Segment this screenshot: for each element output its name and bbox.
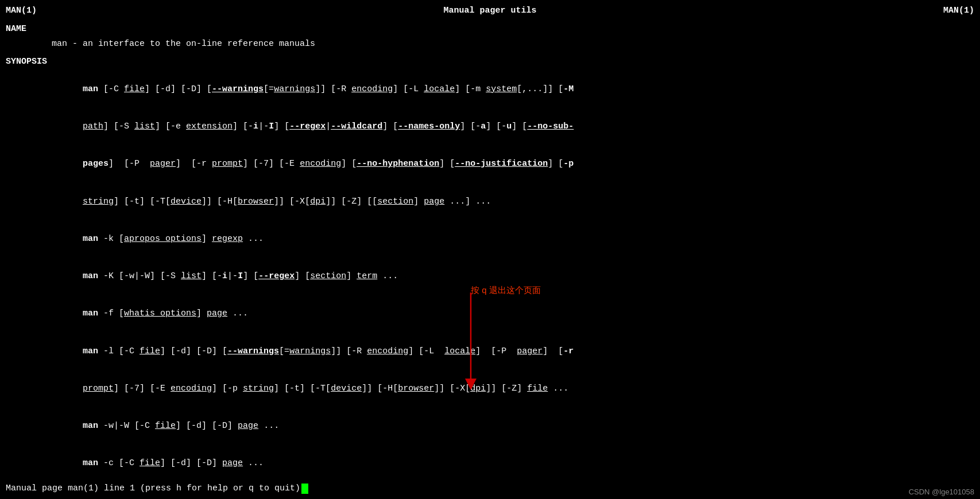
synopsis-line-11: man -c [-C file] [-d] [-D] page ... [6, 445, 974, 477]
synopsis-line-4: string] [-t] [-T[device]] [-H[browser]] … [6, 183, 974, 220]
synopsis-line-10: man -w|-W [-C file] [-d] [-D] page ... [6, 407, 974, 445]
header: MAN(1) Manual pager utils MAN(1) [6, 5, 974, 17]
header-left: MAN(1) [6, 5, 37, 17]
name-content: man - an interface to the on-line refere… [6, 38, 974, 50]
watermark: CSDN @lge101058 [909, 487, 974, 498]
section-name: NAME man - an interface to the on-line r… [6, 23, 974, 50]
synopsis-line-2: path] [-S list] [-e extension] [-i|-I] [… [6, 108, 974, 145]
synopsis-heading: SYNOPSIS [6, 56, 974, 68]
synopsis-line-1: man [-C file] [-d] [-D] [--warnings[=war… [6, 71, 974, 108]
status-cursor [301, 484, 308, 494]
header-right: MAN(1) [943, 5, 974, 17]
section-synopsis: SYNOPSIS man [-C file] [-d] [-D] [--warn… [6, 56, 974, 476]
annotation-arrow [454, 293, 488, 396]
synopsis-line-8: man -l [-C file] [-d] [-D] [--warnings[=… [6, 333, 974, 370]
synopsis-line-7: man -f [whatis options] page ... [6, 295, 974, 333]
synopsis-line-5: man -k [apropos options] regexp ... [6, 220, 974, 258]
header-center: Manual pager utils [37, 5, 943, 17]
synopsis-line-9: prompt] [-7] [-E encoding] [-p string] [… [6, 370, 974, 407]
synopsis-line-3: pages] [-P pager] [-r prompt] [-7] [-E e… [6, 146, 974, 183]
name-heading: NAME [6, 23, 974, 36]
status-bar: Manual page man(1) line 1 (press h for h… [0, 478, 980, 499]
terminal: MAN(1) Manual pager utils MAN(1) NAME ma… [0, 0, 980, 476]
status-text: Manual page man(1) line 1 (press h for h… [6, 482, 300, 495]
